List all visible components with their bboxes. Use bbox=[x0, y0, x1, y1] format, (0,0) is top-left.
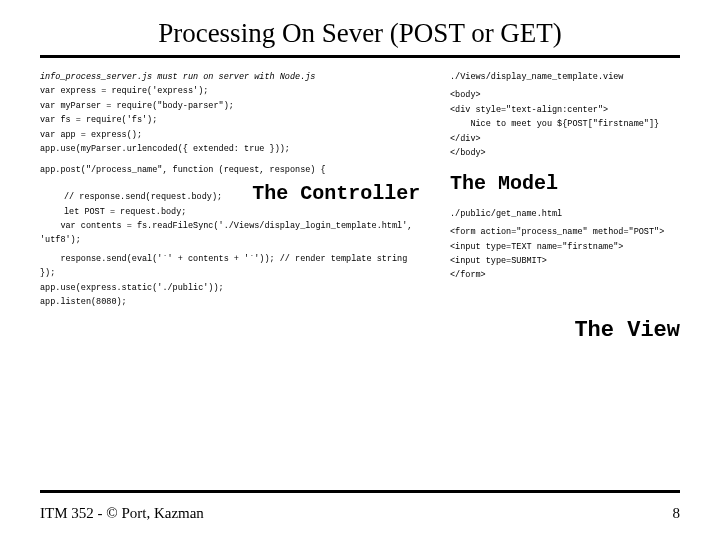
code-line: var fs = require('fs'); bbox=[40, 113, 440, 127]
code-line: app.post("/process_name", function (requ… bbox=[40, 163, 440, 177]
title-underline bbox=[40, 55, 680, 58]
code-line: response.send(eval('`' + contents + '`')… bbox=[40, 252, 440, 266]
code-line: var app = express(); bbox=[40, 128, 440, 142]
controller-label: The Controller bbox=[252, 177, 420, 211]
code-line: app.listen(8080); bbox=[40, 295, 440, 309]
footer-credit: ITM 352 - © Port, Kazman bbox=[40, 505, 204, 522]
code-line: }); bbox=[40, 266, 440, 280]
code-line: <input type=SUBMIT> bbox=[450, 254, 680, 268]
model-label: The Model bbox=[450, 167, 680, 201]
code-line: <form action="process_name" method="POST… bbox=[450, 225, 680, 239]
code-line: var express = require('express'); bbox=[40, 84, 440, 98]
content-area: info_process_server.js must run on serve… bbox=[40, 70, 680, 310]
view-template-path: ./Views/display_name_template.view bbox=[450, 70, 680, 84]
code-line: Nice to meet you ${POST["firstname"]} bbox=[450, 117, 680, 131]
code-line: </body> bbox=[450, 146, 680, 160]
left-column: info_process_server.js must run on serve… bbox=[40, 70, 440, 310]
code-line: var contents = fs.readFileSync('./Views/… bbox=[40, 219, 440, 248]
code-line: var myParser = require("body-parser"); bbox=[40, 99, 440, 113]
slide-title: Processing On Sever (POST or GET) bbox=[40, 18, 680, 49]
code-line: </form> bbox=[450, 268, 680, 282]
code-line: // response.send(request.body); bbox=[40, 190, 222, 204]
code-line: app.use(express.static('./public')); bbox=[40, 281, 440, 295]
right-column: ./Views/display_name_template.view <body… bbox=[450, 70, 680, 310]
footer-line bbox=[40, 490, 680, 493]
code-line: <body> bbox=[450, 88, 680, 102]
code-line: </div> bbox=[450, 132, 680, 146]
page-number: 8 bbox=[673, 505, 681, 522]
code-line: <input type=TEXT name="firstname"> bbox=[450, 240, 680, 254]
public-html-path: ./public/get_name.html bbox=[450, 207, 680, 221]
server-file-header: info_process_server.js must run on serve… bbox=[40, 70, 440, 84]
code-line: let POST = request.body; bbox=[40, 205, 222, 219]
code-line: <div style="text-align:center"> bbox=[450, 103, 680, 117]
code-line: app.use(myParser.urlencoded({ extended: … bbox=[40, 142, 440, 156]
view-label: The View bbox=[40, 318, 680, 343]
footer: ITM 352 - © Port, Kazman 8 bbox=[40, 490, 680, 522]
